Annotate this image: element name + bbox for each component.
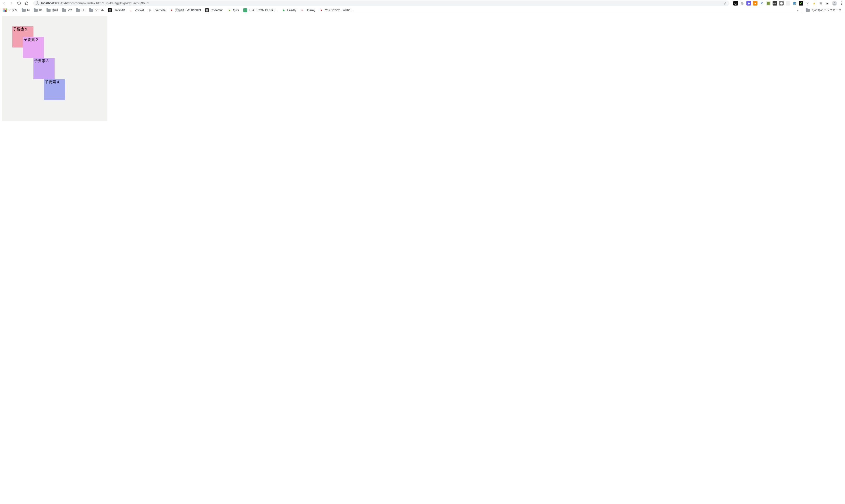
parent-container: 子要素１ 子要素２ 子要素３ 子要素４ — [2, 16, 107, 121]
bookmark-item[interactable]: ▤HackMD — [106, 8, 126, 13]
bookmark-favicon: ◡ — [129, 8, 133, 12]
bookmark-label: M — [27, 8, 30, 12]
bookmark-favicon: ▦ — [205, 8, 209, 12]
address-bar[interactable]: i localhost:63342/htdocs/oniren2/index.h… — [33, 0, 729, 6]
extension-row: ◡🐘◆●V▦OFF⬢◩✔V▲≣☁ — [733, 1, 829, 5]
folder-icon — [806, 9, 810, 12]
folder-icon — [22, 9, 25, 12]
drive-extension-icon[interactable]: ▲ — [812, 1, 816, 5]
child-label: 子要素３ — [34, 58, 49, 63]
bookmark-item[interactable]: ▦CodeGrid — [204, 8, 225, 13]
bookmark-favicon: F — [243, 8, 247, 12]
bookmark-label: ウェブカツ - Wund… — [325, 8, 353, 12]
other-bookmarks[interactable]: その他のブックマーク — [804, 7, 843, 13]
bookmark-favicon: 🐘 — [148, 8, 152, 12]
apps-icon — [3, 8, 7, 12]
off-extension-icon[interactable]: OFF — [773, 1, 777, 5]
bookmark-favicon: ★ — [320, 8, 323, 12]
bookmark-overflow[interactable]: » — [795, 8, 800, 12]
forward-button[interactable] — [9, 1, 14, 6]
bookmark-label: Pocket — [135, 8, 144, 12]
bookmark-label: 素材 — [52, 8, 58, 12]
bookmark-item[interactable]: VC — [61, 8, 73, 13]
bookmark-favicon: u — [300, 8, 304, 12]
folder-icon — [76, 9, 80, 12]
home-button[interactable] — [24, 1, 29, 6]
v1-extension-icon[interactable]: V — [759, 1, 764, 5]
bookmark-item[interactable]: 🐘Evernote — [146, 8, 167, 13]
bookmark-label: 01 — [39, 8, 42, 12]
note-extension-icon[interactable]: ◩ — [792, 1, 797, 5]
child-label: 子要素２ — [24, 37, 39, 42]
bookmark-label: HackMD — [114, 8, 125, 12]
back-button[interactable] — [1, 1, 6, 6]
child-label: 子要素１ — [13, 27, 28, 31]
site-info-icon[interactable]: i — [36, 1, 39, 5]
child-box-3: 子要素３ — [33, 58, 55, 79]
folder-icon — [47, 9, 51, 12]
pocket-extension-icon[interactable]: ◡ — [733, 1, 738, 5]
folder-icon — [62, 9, 66, 12]
bookmark-items: M01素材VCFEツール▤HackMD◡Pocket🐘Evernote★受信箱 … — [20, 7, 355, 13]
lines-extension-icon[interactable]: ≣ — [818, 1, 823, 5]
address-text: localhost:63342/htdocs/oniren2/index.htm… — [41, 1, 149, 5]
folder-icon — [89, 9, 93, 12]
bookmark-item[interactable]: 素材 — [45, 7, 59, 13]
bookmark-label: FE — [82, 8, 85, 12]
blank-extension-icon[interactable] — [786, 1, 790, 5]
other-bookmarks-label: その他のブックマーク — [811, 8, 842, 12]
bookmark-label: Udemy — [306, 8, 315, 12]
hex-extension-icon[interactable]: ⬢ — [779, 1, 783, 5]
bookmark-star-icon[interactable]: ☆ — [724, 1, 727, 5]
chrome-menu-icon[interactable] — [840, 1, 844, 5]
bookmark-item[interactable]: ◆Feedly — [280, 8, 298, 13]
address-host: localhost — [41, 1, 54, 5]
bookmark-item[interactable]: uUdemy — [299, 8, 317, 13]
bookmark-label: VC — [68, 8, 72, 12]
browser-toolbar: i localhost:63342/htdocs/oniren2/index.h… — [0, 0, 845, 6]
bookmark-item[interactable]: ★受信箱 - Wunderlist — [168, 7, 203, 13]
bookbar-separator — [802, 8, 802, 13]
svg-point-0 — [834, 2, 835, 3]
folder-icon — [34, 9, 38, 12]
bookmark-label: Qiita — [233, 8, 239, 12]
v2-extension-icon[interactable]: V — [805, 1, 810, 5]
calendar-extension-icon[interactable]: ▦ — [766, 1, 771, 5]
bookmark-label: CodeGrid — [210, 8, 223, 12]
bookmark-item[interactable]: 01 — [32, 8, 44, 13]
bookmark-label: Evernote — [153, 8, 166, 12]
apps-label: アプリ — [8, 8, 18, 12]
reload-button[interactable] — [17, 1, 22, 6]
profile-avatar[interactable] — [832, 1, 837, 6]
bookmark-label: ツール — [95, 8, 104, 12]
child-box-2: 子要素２ — [23, 37, 44, 58]
evernote-extension-icon[interactable]: 🐘 — [740, 1, 744, 5]
child-label: 子要素４ — [45, 80, 60, 84]
bookmark-label: Feedly — [287, 8, 296, 12]
child-box-4: 子要素４ — [44, 79, 65, 100]
check-extension-icon[interactable]: ✔ — [799, 1, 803, 5]
cube-extension-icon[interactable]: ◆ — [746, 1, 751, 5]
bookmark-label: FLAT ICON DESIG… — [249, 8, 277, 12]
page-viewport: 子要素１ 子要素２ 子要素３ 子要素４ — [0, 14, 845, 504]
bookmarks-bar: アプリ M01素材VCFEツール▤HackMD◡Pocket🐘Evernote★… — [0, 6, 845, 14]
bookmark-item[interactable]: FFLAT ICON DESIG… — [242, 8, 279, 13]
bookmark-label: 受信箱 - Wunderlist — [175, 8, 201, 12]
bookmark-item[interactable]: M — [20, 8, 31, 13]
bookmark-favicon: ● — [228, 8, 231, 12]
bookmark-item[interactable]: ツール — [88, 7, 105, 13]
address-path: :63342/htdocs/oniren2/index.html?_ijt=ks… — [54, 1, 149, 5]
bookmark-favicon: ★ — [170, 8, 174, 12]
bookmark-item[interactable]: ●Qiita — [226, 8, 241, 13]
bookmark-favicon: ◆ — [282, 8, 286, 12]
bookmark-item[interactable]: FE — [74, 8, 87, 13]
bookmark-item[interactable]: ◡Pocket — [127, 8, 145, 13]
bookmark-item[interactable]: ★ウェブカツ - Wund… — [318, 7, 355, 13]
cloud-extension-icon[interactable]: ☁ — [825, 1, 829, 5]
bookmark-favicon: ▤ — [108, 8, 112, 12]
fox-extension-icon[interactable]: ● — [753, 1, 758, 5]
apps-shortcut[interactable]: アプリ — [2, 7, 19, 13]
